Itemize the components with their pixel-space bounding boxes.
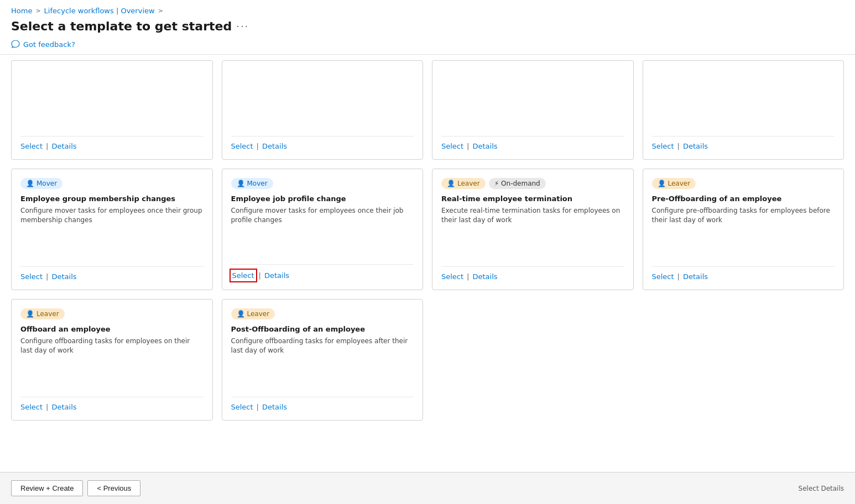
- card-6-tag-mover: 👤 Mover: [231, 178, 273, 189]
- breadcrumb-workflows[interactable]: Lifecycle workflows | Overview: [44, 7, 155, 15]
- card-3-footer: Select | Details: [441, 136, 624, 150]
- card-9-select[interactable]: Select: [20, 403, 43, 411]
- card-10-tag-leaver: 👤 Leaver: [231, 308, 275, 319]
- page-title: Select a template to get started: [11, 19, 232, 33]
- card-1-sep: |: [46, 142, 48, 150]
- card-7-details[interactable]: Details: [473, 272, 498, 281]
- card-10-footer: Select | Details: [231, 397, 414, 411]
- card-7-tags: 👤 Leaver ⚡ On-demand: [441, 178, 624, 189]
- card-6-footer: Select | Details: [231, 264, 414, 281]
- breadcrumb-home[interactable]: Home: [11, 7, 32, 15]
- card-8-tag-label: Leaver: [668, 180, 691, 187]
- card-8-footer: Select | Details: [652, 266, 835, 281]
- template-card-6: 👤 Mover Employee job profile change Conf…: [222, 169, 424, 290]
- leaver-icon-2: 👤: [658, 180, 666, 187]
- card-7-select[interactable]: Select: [441, 272, 463, 281]
- page-title-row: Select a template to get started ···: [0, 17, 855, 38]
- page-title-more-button[interactable]: ···: [236, 20, 249, 32]
- card-7-desc: Execute real-time termination tasks for …: [441, 206, 624, 225]
- card-2-footer: Select | Details: [231, 136, 414, 150]
- card-8-title: Pre-Offboarding of an employee: [652, 195, 835, 203]
- feedback-bar[interactable]: Got feedback?: [0, 38, 855, 54]
- feedback-text: Got feedback?: [23, 40, 75, 49]
- card-8-select[interactable]: Select: [652, 272, 674, 281]
- bottom-bar: Review + Create < Previous Select Detail…: [0, 472, 855, 504]
- card-1-footer: Select | Details: [20, 136, 204, 150]
- empty-placeholder-2: [643, 299, 844, 421]
- card-2-sep: |: [257, 142, 259, 150]
- card-3-select[interactable]: Select: [441, 142, 463, 150]
- card-10-sep: |: [257, 403, 259, 411]
- card-10-details[interactable]: Details: [262, 403, 287, 411]
- leaver-icon-4: 👤: [237, 310, 245, 318]
- card-9-desc: Configure offboarding tasks for employee…: [20, 337, 204, 355]
- card-4-details[interactable]: Details: [683, 142, 708, 150]
- template-card-8: 👤 Leaver Pre-Offboarding of an employee …: [643, 169, 844, 290]
- template-card-4: Select | Details: [643, 60, 844, 160]
- card-7-tag-leaver: 👤 Leaver: [441, 178, 486, 189]
- card-10-select[interactable]: Select: [231, 403, 253, 411]
- card-7-tag-ondemand: ⚡ On-demand: [489, 178, 546, 189]
- card-4-footer: Select | Details: [652, 136, 835, 150]
- template-card-10: 👤 Leaver Post-Offboarding of an employee…: [222, 299, 424, 421]
- card-8-details[interactable]: Details: [683, 272, 708, 281]
- card-4-sep: |: [677, 142, 680, 150]
- card-3-sep: |: [467, 142, 469, 150]
- card-6-desc: Configure mover tasks for employees once…: [231, 206, 414, 225]
- template-grid-row1: Select | Details Select | Details Select: [11, 60, 844, 160]
- card-5-tag-label: Mover: [37, 180, 57, 187]
- card-5-details[interactable]: Details: [52, 272, 77, 281]
- card-5-desc: Configure mover tasks for employees once…: [20, 206, 204, 225]
- card-9-top: 👤 Leaver Offboard an employee Configure …: [20, 308, 204, 390]
- card-7-tag-leaver-label: Leaver: [457, 180, 480, 187]
- card-5-tags: 👤 Mover: [20, 178, 204, 189]
- card-1-details[interactable]: Details: [52, 142, 77, 150]
- card-6-tags: 👤 Mover: [231, 178, 414, 189]
- card-5-footer: Select | Details: [20, 266, 204, 281]
- card-2-select[interactable]: Select: [231, 142, 253, 150]
- leaver-icon-3: 👤: [26, 310, 34, 318]
- template-card-1: Select | Details: [11, 60, 213, 160]
- mover-icon: 👤: [26, 180, 34, 187]
- card-4-select[interactable]: Select: [652, 142, 674, 150]
- card-10-desc: Configure offboarding tasks for employee…: [231, 337, 414, 355]
- card-3-top: [441, 70, 624, 129]
- card-1-select[interactable]: Select: [20, 142, 43, 150]
- card-10-top: 👤 Leaver Post-Offboarding of an employee…: [231, 308, 414, 390]
- breadcrumb-sep-1: >: [35, 7, 40, 14]
- card-1-top: [20, 70, 204, 129]
- card-9-footer: Select | Details: [20, 397, 204, 411]
- card-2-details[interactable]: Details: [262, 142, 287, 150]
- card-7-sep: |: [467, 272, 469, 281]
- card-5-title: Employee group membership changes: [20, 195, 204, 203]
- template-grid-row2: 👤 Mover Employee group membership change…: [11, 169, 844, 290]
- previous-button[interactable]: < Previous: [87, 480, 140, 496]
- card-10-tag-label: Leaver: [247, 310, 270, 318]
- card-8-desc: Configure pre-offboarding tasks for empl…: [652, 206, 835, 225]
- card-4-top: [652, 70, 835, 129]
- card-9-details[interactable]: Details: [52, 403, 77, 411]
- leaver-icon: 👤: [447, 180, 455, 187]
- template-grid-row3: 👤 Leaver Offboard an employee Configure …: [11, 299, 844, 421]
- review-create-button[interactable]: Review + Create: [11, 480, 83, 496]
- card-10-tags: 👤 Leaver: [231, 308, 414, 319]
- card-7-top: 👤 Leaver ⚡ On-demand Real-time employee …: [441, 178, 624, 260]
- page-wrapper: Home > Lifecycle workflows | Overview > …: [0, 0, 855, 504]
- template-card-9: 👤 Leaver Offboard an employee Configure …: [11, 299, 213, 421]
- card-7-footer: Select | Details: [441, 266, 624, 281]
- content-area[interactable]: Select | Details Select | Details Select: [0, 54, 855, 472]
- card-8-tags: 👤 Leaver: [652, 178, 835, 189]
- template-card-7: 👤 Leaver ⚡ On-demand Real-time employee …: [432, 169, 634, 290]
- template-card-3: Select | Details: [432, 60, 634, 160]
- ondemand-icon: ⚡: [494, 180, 499, 187]
- card-6-select[interactable]: Select: [231, 270, 256, 281]
- card-5-select[interactable]: Select: [20, 272, 43, 281]
- mover-icon-2: 👤: [237, 180, 245, 187]
- breadcrumb-sep-2: >: [158, 7, 163, 14]
- card-6-sep: |: [259, 271, 261, 280]
- card-6-tag-label: Mover: [247, 180, 268, 187]
- card-6-details[interactable]: Details: [264, 271, 289, 280]
- card-9-tag-leaver: 👤 Leaver: [20, 308, 65, 319]
- card-3-details[interactable]: Details: [473, 142, 498, 150]
- card-5-top: 👤 Mover Employee group membership change…: [20, 178, 204, 260]
